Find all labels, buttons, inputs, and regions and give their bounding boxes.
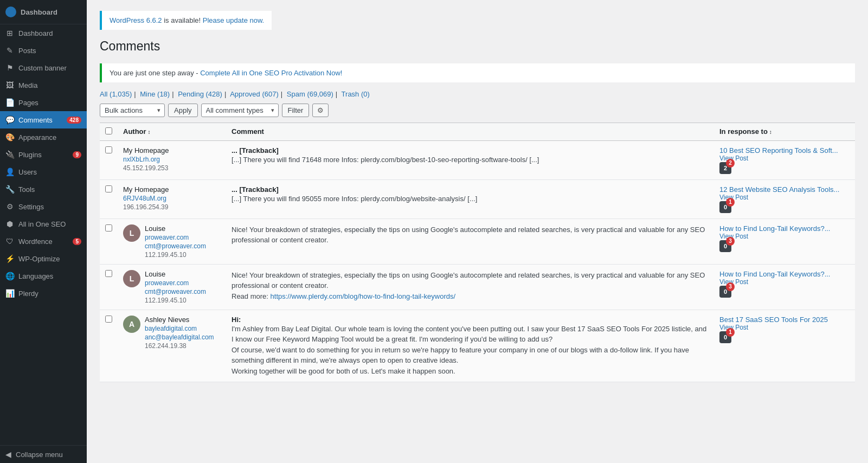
- response-cell-4: Best 17 SaaS SEO Tools For 2025View Post…: [714, 310, 855, 382]
- sidebar-label-media: Media: [18, 81, 81, 89]
- comment-bubble-badge: 3: [726, 282, 735, 291]
- collapse-menu-button[interactable]: ◀ Collapse menu: [0, 445, 87, 463]
- comment-bubble: 22: [719, 162, 731, 174]
- comment-bubble-container: 03: [719, 286, 731, 298]
- filter-all[interactable]: All (1,035): [100, 90, 132, 98]
- update-now-link[interactable]: Please update now.: [203, 16, 264, 24]
- filter-pending[interactable]: Pending (428): [178, 90, 222, 98]
- author-email[interactable]: anc@bayleafdigital.com: [145, 333, 214, 341]
- author-email[interactable]: cmt@proweaver.com: [145, 288, 206, 295]
- comment-bubble-container: 22: [719, 162, 731, 174]
- comment-cell-4: Hi:I'm Ashley from Bay Leaf Digital. Our…: [226, 310, 714, 382]
- author-url[interactable]: proweaver.com: [145, 279, 206, 287]
- comment-text: Nice! Your breakdown of strategies, espe…: [232, 270, 709, 291]
- sidebar-item-tools[interactable]: 🔧Tools: [0, 181, 87, 198]
- comment-type-select[interactable]: All comment types Comments Pings: [201, 104, 279, 117]
- author-cell-1: My Homepage6RJV48uM.org196.196.254.39: [118, 179, 226, 218]
- select-all-checkbox[interactable]: [105, 127, 112, 134]
- sidebar-item-wp-optimize[interactable]: ⚡WP-Optimize: [0, 250, 87, 267]
- checkbox-row-0[interactable]: [105, 146, 112, 153]
- sidebar-item-dashboard[interactable]: ⊞Dashboard: [0, 24, 87, 42]
- author-email[interactable]: cmt@proweaver.com: [145, 242, 206, 250]
- collapse-label: Collapse menu: [16, 451, 63, 459]
- comment-cell-3: Nice! Your breakdown of strategies, espe…: [226, 264, 714, 310]
- row-checkbox-3: [100, 264, 118, 310]
- author-info-2: Louiseproweaver.comcmt@proweaver.com112.…: [145, 224, 206, 259]
- author-info-1: My Homepage6RJV48uM.org196.196.254.39: [123, 185, 221, 211]
- author-url[interactable]: bayleafdigital.com: [145, 325, 214, 332]
- comment-bubble-badge: 1: [726, 328, 735, 337]
- author-ip: 196.196.254.39: [123, 203, 221, 211]
- response-post-title[interactable]: How to Find Long-Tail Keywords?...: [719, 270, 830, 278]
- view-post-link[interactable]: View Post: [719, 155, 850, 162]
- sidebar-item-comments[interactable]: 💬Comments428: [0, 111, 87, 128]
- wordpress-version-link[interactable]: WordPress 6.6.2: [110, 16, 162, 24]
- sidebar-item-wordfence[interactable]: 🛡Wordfence5: [0, 233, 87, 250]
- view-post-link[interactable]: View Post: [719, 324, 850, 331]
- response-cell-0: 10 Best SEO Reporting Tools & Soft...Vie…: [714, 140, 855, 179]
- author-cell-4: AAshley Nievesbayleafdigital.comanc@bayl…: [118, 310, 226, 382]
- sidebar-item-users[interactable]: 👤Users: [0, 163, 87, 181]
- sidebar-item-appearance[interactable]: 🎨Appearance: [0, 128, 87, 146]
- checkbox-row-4[interactable]: [105, 316, 112, 323]
- th-response[interactable]: In response to: [714, 123, 855, 140]
- filter-mine[interactable]: Mine (18): [140, 90, 170, 98]
- sidebar-label-pages: Pages: [18, 99, 81, 107]
- response-post-title[interactable]: Best 17 SaaS SEO Tools For 2025: [719, 316, 828, 324]
- response-post-title[interactable]: 12 Best Website SEO Analysis Tools...: [719, 185, 839, 194]
- author-url[interactable]: 6RJV48uM.org: [123, 195, 221, 202]
- apply-button[interactable]: Apply: [168, 104, 198, 117]
- filter-approved[interactable]: Approved (607): [230, 90, 279, 98]
- sidebar-item-pages[interactable]: 📄Pages: [0, 94, 87, 111]
- sidebar-item-posts[interactable]: ✎Posts: [0, 42, 87, 59]
- filter-trash[interactable]: Trash (0): [342, 90, 370, 98]
- author-ip: 162.244.19.38: [145, 342, 214, 350]
- sidebar-label-languages: Languages: [18, 272, 81, 280]
- table-toolbar: Bulk actions Approve Unapprove Mark as S…: [100, 104, 855, 117]
- users-icon: 👤: [5, 168, 14, 176]
- settings-button[interactable]: ⚙: [312, 104, 329, 117]
- response-post-title[interactable]: 10 Best SEO Reporting Tools & Soft...: [719, 146, 838, 155]
- checkbox-row-1[interactable]: [105, 185, 112, 192]
- sidebar-nav: ⊞Dashboard✎Posts⚑Custom banner🖼Media📄Pag…: [0, 24, 87, 302]
- filter-spam[interactable]: Spam (69,069): [287, 90, 333, 98]
- author-info-3: Louiseproweaver.comcmt@proweaver.com112.…: [145, 270, 206, 304]
- view-post-link[interactable]: View Post: [719, 194, 850, 201]
- sidebar-item-languages[interactable]: 🌐Languages: [0, 267, 87, 285]
- seo-activation-link[interactable]: Complete All in One SEO Pro Activation N…: [200, 69, 342, 77]
- comment-extra: Read more: https://www.plerdy.com/blog/h…: [232, 291, 709, 302]
- author-ip: 45.152.199.253: [123, 164, 221, 172]
- comments-icon: 💬: [5, 115, 14, 124]
- comment-bubble: 03: [719, 240, 731, 252]
- bulk-actions-select[interactable]: Bulk actions Approve Unapprove Mark as S…: [100, 104, 165, 117]
- author-name: Louise: [145, 270, 206, 278]
- checkbox-row-3[interactable]: [105, 270, 112, 277]
- checkbox-row-2[interactable]: [105, 224, 112, 232]
- sidebar-item-settings[interactable]: ⚙Settings: [0, 198, 87, 215]
- response-cell-1: 12 Best Website SEO Analysis Tools...Vie…: [714, 179, 855, 218]
- comment-read-more-link[interactable]: https://www.plerdy.com/blog/how-to-find-…: [271, 292, 456, 300]
- filter-button[interactable]: Filter: [282, 104, 310, 117]
- sidebar-item-plerdy[interactable]: 📊Plerdy: [0, 285, 87, 302]
- sidebar-item-media[interactable]: 🖼Media: [0, 76, 87, 94]
- avatar: L: [123, 224, 140, 242]
- response-post-title[interactable]: How to Find Long-Tail Keywords?...: [719, 224, 830, 233]
- sidebar-item-custom-banner[interactable]: ⚑Custom banner: [0, 59, 87, 76]
- comments-table: Author Comment In response to My Homepag…: [100, 123, 855, 383]
- seo-banner-prefix: You are just one step away -: [110, 69, 200, 77]
- view-post-link[interactable]: View Post: [719, 278, 850, 286]
- all-in-one-seo-icon: ⬢: [5, 220, 14, 228]
- sidebar-item-plugins[interactable]: 🔌Plugins9: [0, 146, 87, 163]
- response-cell-2: How to Find Long-Tail Keywords?...View P…: [714, 218, 855, 264]
- author-url[interactable]: proweaver.com: [145, 234, 206, 241]
- sidebar-item-all-in-one-seo[interactable]: ⬢All in One SEO: [0, 215, 87, 233]
- wordfence-icon: 🛡: [5, 237, 14, 246]
- author-name: My Homepage: [123, 185, 221, 194]
- author-url[interactable]: nxlXbLrh.org: [123, 156, 221, 163]
- comment-bubble-badge: 1: [726, 198, 735, 207]
- wp-optimize-icon: ⚡: [5, 254, 14, 263]
- row-checkbox-1: [100, 179, 118, 218]
- sidebar-label-plerdy: Plerdy: [18, 290, 81, 298]
- view-post-link[interactable]: View Post: [719, 233, 850, 240]
- th-author[interactable]: Author: [118, 123, 226, 140]
